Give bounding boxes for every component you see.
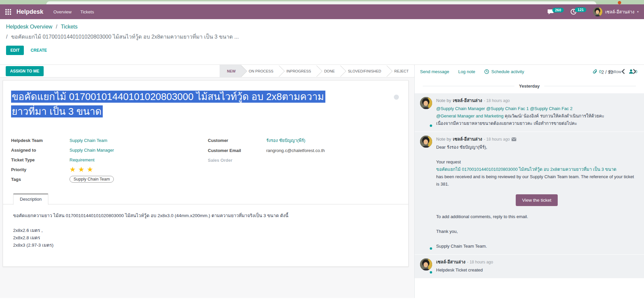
chatter-panel: Send message Log note Schedule activity … (414, 65, 644, 298)
stage-sloved-finished[interactable]: SLOVED/FINISHED (340, 65, 387, 78)
menu-tickets[interactable]: Tickets (80, 9, 94, 14)
chevron-down-icon: ▾ (637, 10, 639, 13)
message-author[interactable]: เซลล์-อีสานล่าง (453, 136, 482, 143)
field-assigned-to: Assigned to Supply Chain Manager (11, 147, 199, 153)
tag-supply-chain-team[interactable]: Supply Chain Team (70, 176, 114, 183)
description-line: 2x8x3 (2.97-3 เมตร) (13, 242, 398, 249)
ticket-title-line1: ขอคัดแยกไม้ 01700101440101020803000 ไม้ส… (11, 91, 325, 103)
online-presence-dot (429, 270, 433, 274)
customer-link[interactable]: รังรอง ชัยปัญญา(พีร์) (266, 137, 305, 144)
field-ticket-type: Ticket Type Requirement (11, 156, 199, 163)
stage-new[interactable]: NEW (220, 65, 241, 78)
message-body: Dear รังรอง ชัยปัญญา(พีร์), Your request… (436, 144, 637, 250)
tab-description[interactable]: Description (13, 194, 48, 205)
activities-count-badge: 121 (575, 7, 586, 12)
pager-next-button[interactable] (633, 69, 637, 75)
browser-strip (0, 0, 644, 4)
chatter-message-note-2: Note by เซลล์-อีสานล่าง - 18 hours ago D… (415, 132, 644, 255)
form-pane: ASSIGN TO ME NEW ON PROCESS INPROGRESS D… (0, 65, 414, 298)
user-menu[interactable]: เซลล์-อีสานล่าง ▾ (593, 7, 639, 16)
schedule-activity-button[interactable]: Schedule activity (484, 69, 524, 74)
field-customer: Customer รังรอง ชัยปัญญา(พีร์) (208, 137, 399, 144)
breadcrumb-separator: / (56, 24, 57, 30)
message-avatar[interactable] (420, 258, 432, 270)
field-priority: Priority ★★★ (11, 166, 199, 173)
assigned-to-link[interactable]: Supply Chain Manager (70, 148, 114, 153)
message-avatar[interactable] (420, 97, 432, 109)
field-customer-email: Customer Email rangrong.c@chaletforest.c… (208, 147, 399, 154)
ticket-title[interactable]: ขอคัดแยกไม้ 01700101440101020803000 ไม้ส… (11, 89, 327, 119)
pager: 2 / 92 (601, 69, 637, 75)
paperclip-icon (593, 69, 597, 74)
mention-links[interactable]: @Supply Chain Manager @Supply Chain Fac … (436, 106, 572, 111)
message-timestamp: - 18 hours ago (484, 136, 510, 143)
control-panel: Helpdesk Overview / Tickets / ขอคัดแยกไม… (0, 19, 644, 64)
message-avatar[interactable] (420, 136, 432, 148)
message-body: @Supply Chain Manager @Supply Chain Fac … (436, 105, 637, 127)
helpdesk-team-link[interactable]: Supply Chain Team (70, 138, 107, 143)
customer-email-value: rangrong.c@chaletforest.co.th (266, 148, 325, 153)
browser-tab (46, 1, 596, 4)
online-presence-dot (429, 247, 433, 250)
send-message-button[interactable]: Send message (420, 69, 449, 74)
schedule-clock-icon (484, 69, 489, 74)
breadcrumb: Helpdesk Overview / Tickets (6, 24, 638, 30)
menu-overview[interactable]: Overview (53, 9, 72, 14)
create-button[interactable]: CREATE (31, 48, 47, 53)
field-tags: Tags Supply Chain Team (11, 176, 199, 183)
chatter-message-note-1: Note by เซลล์-อีสานล่าง - 18 hours ago @… (415, 93, 644, 132)
field-group-right: Customer รังรอง ชัยปัญญา(พีร์) Customer … (208, 137, 399, 166)
field-sales-order: Sales Order (208, 157, 399, 163)
message-author[interactable]: เซลล์-อีสานล่าง (436, 258, 465, 266)
messages-systray[interactable]: 260 (548, 9, 564, 15)
breadcrumb-tickets[interactable]: Tickets (61, 24, 78, 30)
pager-previous-button[interactable] (621, 69, 625, 75)
email-icon (511, 137, 516, 141)
ticket-title-line2: ยาวที่มา เป็น 3 ขนาด (11, 105, 103, 117)
priority-stars[interactable]: ★★★ (70, 166, 95, 172)
date-divider: Yesterday (423, 84, 636, 89)
main-navbar: Helpdesk Overview Tickets 260 121 (0, 4, 644, 19)
stage-pipeline: NEW ON PROCESS INPROGRESS DONE SLOVED/FI… (220, 65, 414, 78)
breadcrumb-current: / ขอคัดแยกไม้ 01700101440101020803000 ไม… (6, 33, 638, 41)
ticket-type-link[interactable]: Requirement (70, 157, 94, 162)
pager-value: 2 / 92 (601, 69, 613, 75)
description-line: 2x8x2.8 เมตร (13, 234, 398, 242)
edit-button[interactable]: EDIT (6, 46, 24, 55)
assign-to-me-button[interactable]: ASSIGN TO ME (6, 66, 44, 76)
view-the-ticket-button[interactable]: View the ticket (516, 194, 558, 206)
kanban-state-indicator[interactable] (394, 95, 399, 100)
breadcrumb-helpdesk-overview[interactable]: Helpdesk Overview (6, 24, 52, 30)
field-helpdesk-team: Helpdesk Team Supply Chain Team (11, 137, 199, 144)
description-line: 2x8x2.6 เมตร , (13, 227, 398, 234)
ticket-reference-link[interactable]: ขอคัดแยกไม้ 01700101440101020803000 ไม้ส… (436, 167, 616, 172)
message-author[interactable]: เซลล์-อีสานล่าง (453, 97, 482, 104)
field-group-left: Helpdesk Team Supply Chain Team Assigned… (11, 137, 199, 186)
description-body: ขอคัดแยกความยาว ไม้สน 017001014401010208… (13, 212, 398, 249)
statusbar: ASSIGN TO ME NEW ON PROCESS INPROGRESS D… (0, 65, 414, 78)
ticket-sheet: ขอคัดแยกไม้ 01700101440101020803000 ไม้ส… (3, 80, 409, 267)
messages-count-badge: 260 (552, 8, 564, 12)
log-note-button[interactable]: Log note (458, 69, 475, 74)
online-presence-dot (429, 124, 433, 128)
notebook-tabs: Description (3, 193, 408, 204)
message-body: Helpdesk Ticket created (436, 266, 637, 274)
message-timestamp: - 18 hours ago (467, 258, 493, 266)
activities-systray[interactable]: 121 (570, 9, 586, 15)
user-name: เซลล์-อีสานล่าง (605, 8, 634, 15)
mention-link[interactable]: @General Manager and Marketing (436, 113, 503, 118)
attachments-button[interactable]: 0 (593, 69, 601, 74)
apps-grid-icon[interactable] (5, 9, 11, 15)
notification-dot (618, 1, 621, 4)
app-title: Helpdesk (16, 8, 43, 15)
user-avatar (593, 7, 602, 16)
message-timestamp: - 18 hours ago (484, 97, 510, 104)
chatter-message-created: เซลล์-อีสานล่าง - 18 hours ago Helpdesk … (415, 255, 644, 279)
description-line: ขอคัดแยกความยาว ไม้สน 017001014401010208… (13, 212, 398, 219)
